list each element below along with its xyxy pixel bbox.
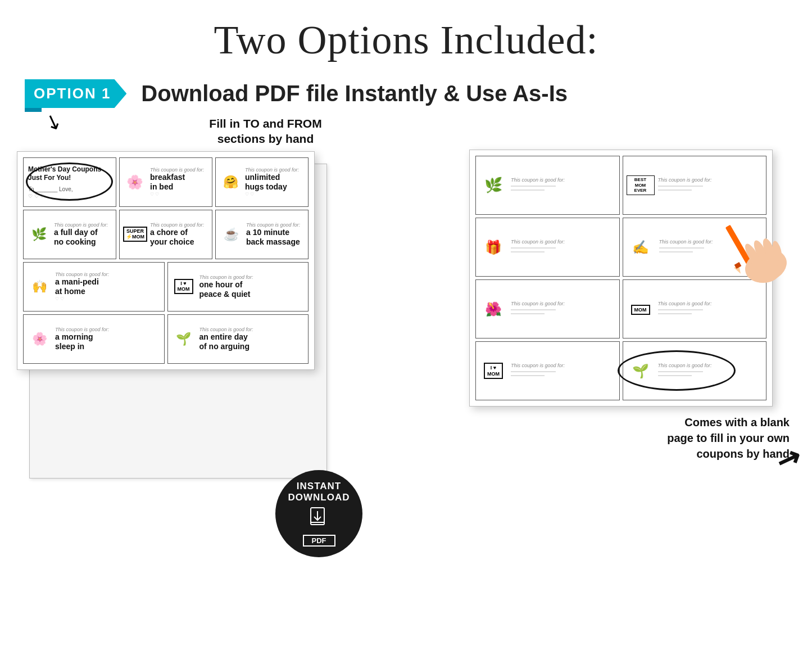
coupon-peace-quiet: I ♥MOM This coupon is good for: one hour… <box>167 262 309 312</box>
option-bar: OPTION 1 Download PDF file Instantly & U… <box>25 79 812 108</box>
fill-label-area: ↙ Fill in TO and FROM sections by hand <box>73 116 458 147</box>
pdf-download-icon <box>309 507 330 531</box>
main-content: ↙ Fill in TO and FROM sections by hand M… <box>0 116 812 462</box>
left-section: ↙ Fill in TO and FROM sections by hand M… <box>17 116 458 462</box>
svg-point-8 <box>746 260 780 283</box>
blank-cell-8: 🌱 This coupon is good for: <box>623 341 767 400</box>
hand-pencil-illustration <box>704 201 811 299</box>
blank-coupon-sheet: 🌿 This coupon is good for: BESTMOMEVER T… <box>469 150 773 407</box>
option-badge: OPTION 1 <box>25 79 126 108</box>
coupon-breakfast: 🌸 This coupon is good for: breakfastin b… <box>119 157 212 207</box>
instant-download-badge: INSTANT DOWNLOAD PDF <box>275 470 362 557</box>
coupon-no-cooking: 🌿 This coupon is good for: a full day of… <box>23 210 116 259</box>
instant-text: INSTANT <box>297 481 341 492</box>
fill-label: Fill in TO and FROM sections by hand <box>209 116 321 147</box>
coupon-back-massage: ☕ This coupon is good for: a 10 minuteba… <box>215 210 309 259</box>
coupon-sleep-in: 🌸 This coupon is good for: a morningslee… <box>23 314 165 364</box>
download-text: DOWNLOAD <box>288 492 350 503</box>
blank-cell-7: I ♥MOM This coupon is good for: <box>475 341 620 400</box>
blank-cell-5: 🌺 This coupon is good for: <box>475 279 620 338</box>
bottom-note: Comes with a blank page to fill in your … <box>469 414 795 462</box>
right-section: 🌿 This coupon is good for: BESTMOMEVER T… <box>469 150 795 462</box>
coupon-mani-pedi: 🙌 This coupon is good for: a mani-pediat… <box>23 262 165 312</box>
coupon-super-mom: SUPER⚡MOM This coupon is good for: a cho… <box>119 210 212 259</box>
pdf-label: PDF <box>303 535 335 547</box>
coupon-no-arguing: 🌱 This coupon is good for: an entire day… <box>167 314 309 364</box>
coupon-hugs: 🤗 This coupon is good for: unlimitedhugs… <box>215 157 309 207</box>
coupon-sheet: Mother's Day CouponsJust For You! To ___… <box>17 151 315 370</box>
blank-cell-1: 🌿 This coupon is good for: <box>475 156 620 215</box>
coupon-title-cell: Mother's Day CouponsJust For You! To ___… <box>23 157 116 207</box>
page-title: Two Options Included: <box>0 0 812 64</box>
option-subtitle: Download PDF file Instantly & Use As-Is <box>141 81 568 106</box>
blank-cell-4: ✍️ This coupon is good for: <box>623 218 767 277</box>
blank-cell-3: 🎁 This coupon is good for: <box>475 218 620 277</box>
